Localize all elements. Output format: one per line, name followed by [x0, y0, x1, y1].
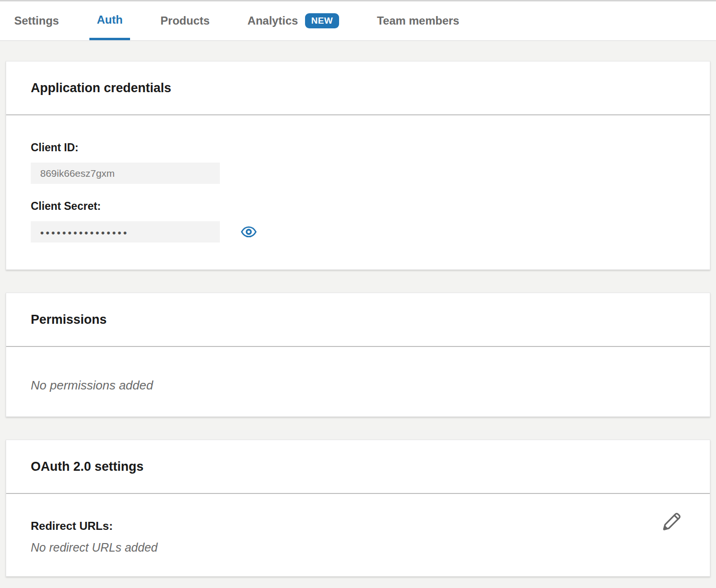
permissions-body: No permissions added [6, 347, 710, 416]
oauth-settings-title: OAuth 2.0 settings [31, 459, 144, 474]
client-id-input[interactable] [31, 163, 220, 184]
pencil-icon [662, 526, 681, 533]
client-secret-input[interactable] [31, 221, 220, 242]
oauth-settings-card: OAuth 2.0 settings Redirect URLs: No red… [6, 440, 710, 577]
eye-icon [241, 233, 257, 240]
redirect-urls-label: Redirect URLs: [31, 519, 157, 533]
tab-products-label: Products [160, 14, 210, 27]
oauth-settings-header: OAuth 2.0 settings [6, 440, 710, 494]
redirect-urls-block: Redirect URLs: No redirect URLs added [31, 519, 157, 554]
new-badge: NEW [305, 13, 339, 28]
tab-auth[interactable]: Auth [89, 1, 131, 40]
page-content: Application credentials Client ID: Clien… [0, 41, 716, 585]
application-credentials-body: Client ID: Client Secret: [6, 115, 710, 269]
client-secret-label: Client Secret: [31, 200, 685, 213]
reveal-secret-button[interactable] [241, 225, 257, 238]
edit-redirect-urls-button[interactable] [662, 512, 681, 532]
oauth-settings-body: Redirect URLs: No redirect URLs added [6, 494, 710, 576]
client-id-label: Client ID: [31, 141, 685, 154]
client-secret-row [31, 221, 685, 242]
application-credentials-card: Application credentials Client ID: Clien… [6, 61, 710, 270]
redirect-urls-empty-text: No redirect URLs added [31, 541, 157, 554]
tab-settings[interactable]: Settings [14, 1, 59, 40]
permissions-card: Permissions No permissions added [6, 293, 710, 417]
permissions-title: Permissions [31, 312, 107, 327]
tab-team-members[interactable]: Team members [377, 1, 459, 40]
tab-settings-label: Settings [14, 14, 59, 27]
application-credentials-header: Application credentials [6, 61, 710, 115]
tab-analytics-label: Analytics [247, 14, 298, 27]
application-credentials-title: Application credentials [31, 81, 171, 95]
tab-team-members-label: Team members [377, 14, 459, 27]
tab-bar: Settings Auth Products Analytics NEW Tea… [0, 0, 716, 41]
permissions-empty-text: No permissions added [31, 378, 153, 392]
tab-products[interactable]: Products [160, 1, 210, 40]
permissions-header: Permissions [6, 293, 710, 347]
tab-analytics[interactable]: Analytics NEW [247, 1, 339, 40]
tab-auth-label: Auth [97, 13, 123, 26]
